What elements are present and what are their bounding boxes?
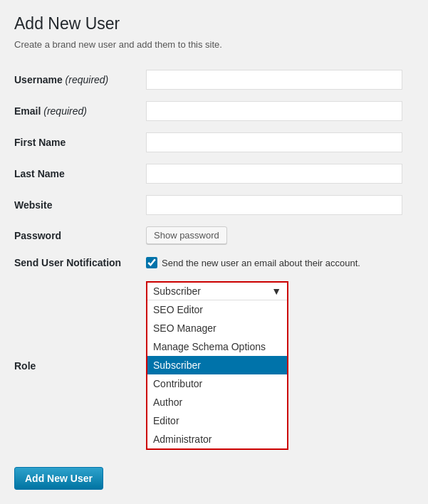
firstname-input[interactable] <box>146 132 402 152</box>
website-label: Website <box>14 189 146 221</box>
role-option[interactable]: Editor <box>147 411 287 430</box>
username-field-cell <box>146 64 414 95</box>
username-row: Username (required) <box>14 64 414 95</box>
role-selected-value: Subscriber <box>153 285 201 297</box>
website-field-cell <box>146 189 414 221</box>
notification-field-cell: Send the new user an email about their a… <box>146 250 414 275</box>
firstname-row: First Name <box>14 127 414 158</box>
firstname-label: First Name <box>14 127 146 158</box>
role-option[interactable]: Subscriber <box>147 356 287 374</box>
email-input[interactable] <box>146 101 402 121</box>
role-dropdown-header[interactable]: Subscriber ▼ <box>147 283 287 300</box>
role-options-list: SEO EditorSEO ManagerManage Schema Optio… <box>147 300 287 448</box>
lastname-label: Last Name <box>14 158 146 189</box>
role-dropdown[interactable]: Subscriber ▼ SEO EditorSEO ManagerManage… <box>146 281 288 450</box>
notification-checkbox[interactable] <box>146 257 157 268</box>
role-field-cell: Subscriber ▼ SEO EditorSEO ManagerManage… <box>146 275 414 456</box>
username-input[interactable] <box>146 70 402 90</box>
role-option[interactable]: SEO Editor <box>147 300 287 319</box>
email-row: Email (required) <box>14 95 414 127</box>
email-label: Email (required) <box>14 95 146 127</box>
notification-text: Send the new user an email about their a… <box>162 258 360 268</box>
role-option[interactable]: Administrator <box>147 430 287 448</box>
user-form-table: Username (required) Email (required) Fir… <box>14 64 414 456</box>
lastname-row: Last Name <box>14 158 414 189</box>
lastname-field-cell <box>146 158 414 189</box>
role-option[interactable]: Author <box>147 393 287 411</box>
page-container: Add New User Create a brand new user and… <box>14 14 414 490</box>
password-field-cell: Show password <box>146 221 414 250</box>
role-label: Role <box>14 275 146 456</box>
page-title: Add New User <box>14 14 414 33</box>
email-field-cell <box>146 95 414 127</box>
notification-row: Send User Notification Send the new user… <box>14 250 414 275</box>
role-option[interactable]: Contributor <box>147 374 287 393</box>
website-input[interactable] <box>146 195 402 215</box>
username-label: Username (required) <box>14 64 146 95</box>
password-row: Password Show password <box>14 221 414 250</box>
page-subtitle: Create a brand new user and add them to … <box>14 39 414 50</box>
password-label: Password <box>14 221 146 250</box>
role-option[interactable]: Manage Schema Options <box>147 337 287 356</box>
website-row: Website <box>14 189 414 221</box>
dropdown-arrow-icon: ▼ <box>271 285 281 297</box>
role-row: Role Subscriber ▼ SEO EditorSEO ManagerM… <box>14 275 414 456</box>
add-user-button[interactable]: Add New User <box>14 467 103 490</box>
lastname-input[interactable] <box>146 164 402 184</box>
role-option[interactable]: SEO Manager <box>147 319 287 337</box>
firstname-field-cell <box>146 127 414 158</box>
show-password-button[interactable]: Show password <box>146 226 227 244</box>
notification-label: Send User Notification <box>14 250 146 275</box>
